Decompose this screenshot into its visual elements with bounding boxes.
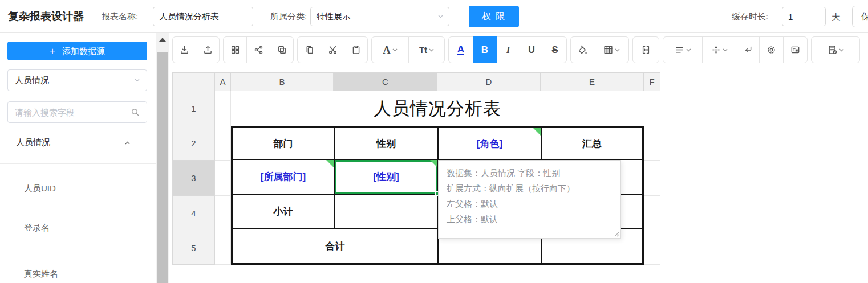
dataset-select[interactable]: 人员情况 <box>7 69 147 91</box>
col-header-f[interactable]: F <box>644 72 660 91</box>
expand-corner-icon <box>430 160 437 167</box>
cache-unit-label: 天 <box>832 11 841 23</box>
row-header-2[interactable]: 2 <box>172 126 215 161</box>
chevron-up-icon[interactable] <box>125 141 130 145</box>
wrap-text-button[interactable] <box>736 36 760 63</box>
cell-f3[interactable] <box>644 161 660 196</box>
borders-button[interactable] <box>594 36 629 63</box>
add-datasource-label: 添加数据源 <box>62 46 105 56</box>
cell-c2[interactable]: 性别 <box>335 128 439 160</box>
cell-d2[interactable]: [角色] <box>439 128 542 160</box>
underline-button[interactable]: U <box>520 36 543 63</box>
strikethrough-button[interactable]: S <box>543 36 567 63</box>
clipboard-icon <box>351 45 361 55</box>
chevron-down-icon <box>438 15 443 18</box>
row-header-5[interactable]: 5 <box>172 231 215 265</box>
cell-a5[interactable] <box>215 231 231 265</box>
col-header-b[interactable]: B <box>231 72 334 91</box>
cell-e2[interactable]: 汇总 <box>542 128 642 160</box>
cache-duration-label: 缓存时长: <box>732 11 768 22</box>
cell-b5-merged[interactable]: 合计 <box>233 229 439 263</box>
cell-f4[interactable] <box>644 196 660 231</box>
cell-c3-selected[interactable]: [性别] <box>335 160 439 195</box>
import-upload-button[interactable] <box>196 36 220 63</box>
dataset-tree-title: 人员情况 <box>16 137 50 148</box>
field-item[interactable]: 真实姓名 <box>24 268 58 280</box>
resize-handle-icon[interactable] <box>613 231 619 237</box>
cell-b3[interactable]: [所属部门] <box>233 160 335 195</box>
data-dict-button[interactable] <box>783 36 808 63</box>
share-icon <box>254 45 263 55</box>
font-color-button[interactable]: A <box>448 36 473 63</box>
chevron-down-icon <box>429 48 434 52</box>
vertical-align-button[interactable] <box>702 36 736 63</box>
field-search-input[interactable] <box>15 108 131 117</box>
report-title-cell[interactable]: 人员情况分析表 <box>231 91 644 126</box>
row-header-4[interactable]: 4 <box>172 196 215 231</box>
settings-button[interactable] <box>759 36 784 63</box>
field-item[interactable]: 登录名 <box>24 222 50 234</box>
cell-c4[interactable] <box>335 195 439 229</box>
vertical-align-icon <box>711 45 721 55</box>
gear-icon <box>766 45 776 55</box>
row-header-3[interactable]: 3 <box>172 161 215 196</box>
paint-bucket-icon <box>578 45 587 55</box>
horizontal-align-button[interactable] <box>663 36 703 63</box>
search-icon[interactable] <box>131 108 140 117</box>
dataset-tree-node[interactable]: 人员情况 <box>16 137 130 148</box>
scrollbar-thumb[interactable] <box>157 52 168 283</box>
col-header-d[interactable]: D <box>437 72 541 91</box>
cell-b2[interactable]: 部门 <box>233 128 335 160</box>
cell-f5[interactable] <box>644 231 660 265</box>
widgets-button[interactable] <box>223 36 247 63</box>
export-download-button[interactable] <box>172 36 196 63</box>
paste-button[interactable] <box>344 36 368 63</box>
font-size-button[interactable]: Tt <box>408 36 445 63</box>
category-select[interactable]: 特性展示 <box>310 7 449 26</box>
cell-a4[interactable] <box>215 196 231 231</box>
permission-button[interactable]: 权 限 <box>469 6 519 27</box>
sheet-toolbar: A Tt A B I U S <box>172 36 863 63</box>
chevron-down-icon <box>723 48 728 52</box>
sidebar-scrollbar[interactable] <box>156 33 169 283</box>
expand-corner-icon <box>533 128 541 136</box>
merge-cells-button[interactable] <box>632 36 659 63</box>
sheet-row-1: 1 人员情况分析表 <box>172 91 660 126</box>
col-header-c[interactable]: C <box>334 72 437 91</box>
enter-arrow-icon <box>743 45 753 55</box>
download-icon <box>180 45 189 55</box>
row-header-1[interactable]: 1 <box>172 91 215 126</box>
cut-button[interactable] <box>321 36 344 63</box>
fill-color-button[interactable] <box>570 36 594 63</box>
save-button[interactable]: 保存 <box>852 6 868 27</box>
field-item[interactable]: 人员UID <box>24 182 56 195</box>
cell-b4[interactable]: 小计 <box>233 195 335 229</box>
bold-button[interactable]: B <box>473 36 497 63</box>
share-button[interactable] <box>246 36 270 63</box>
report-config-button[interactable] <box>811 36 860 63</box>
copy-button[interactable] <box>297 36 321 63</box>
col-header-e[interactable]: E <box>541 72 644 91</box>
sheet-corner[interactable] <box>172 72 215 91</box>
clone-button[interactable] <box>270 36 294 63</box>
italic-button[interactable]: I <box>496 36 520 63</box>
column-header-row: A B C D E F <box>172 72 660 91</box>
category-select-value: 特性展示 <box>317 11 351 22</box>
cell-a3[interactable] <box>215 161 231 196</box>
tooltip-line: 左父格：默认 <box>447 196 613 211</box>
designer-canvas: A Tt A B I U S A <box>171 33 868 283</box>
field-search-box <box>7 101 147 123</box>
cell-b3-value: [所属部门] <box>261 170 306 183</box>
spreadsheet: A B C D E F 1 人员情况分析表 2 3 4 <box>172 72 660 265</box>
cell-f2[interactable] <box>644 126 660 161</box>
cell-c3-value: [性别] <box>373 170 399 183</box>
font-family-button[interactable]: A <box>371 36 409 63</box>
col-header-a[interactable]: A <box>215 72 231 91</box>
cell-f1[interactable] <box>644 91 660 126</box>
report-name-input[interactable] <box>153 7 253 26</box>
scroll-up-arrow-icon[interactable] <box>159 38 166 42</box>
cache-duration-input[interactable] <box>782 7 826 26</box>
cell-a2[interactable] <box>215 126 231 161</box>
cell-a1[interactable] <box>215 91 231 126</box>
add-datasource-button[interactable]: + 添加数据源 <box>7 42 147 60</box>
